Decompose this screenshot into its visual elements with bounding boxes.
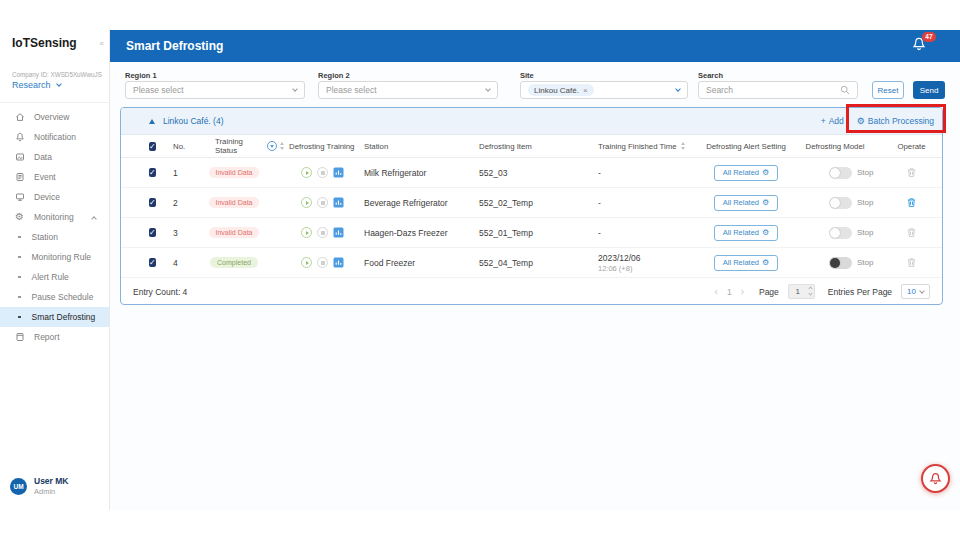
status-badge: Invalid Data (209, 167, 260, 178)
add-button[interactable]: + Add (821, 116, 844, 126)
page-number[interactable]: 1 (727, 287, 732, 297)
row-checkbox[interactable]: ✓ (149, 228, 156, 237)
sidebar-item-monitoring[interactable]: ⚙ Monitoring (0, 207, 109, 227)
region1-value: Please select (133, 85, 184, 95)
table-footer: Entry Count: 4 ‹ 1 › Page Entries Per Pa… (121, 278, 942, 305)
notification-bell-button[interactable]: 47 (912, 37, 926, 56)
status-badge: Completed (210, 257, 258, 268)
divider (0, 102, 109, 103)
page-label: Page (759, 287, 779, 297)
training-report-icon[interactable] (333, 227, 344, 238)
plus-icon: + (821, 116, 826, 126)
collapse-triangle-icon[interactable] (149, 119, 155, 124)
sidebar-item-label: Device (34, 192, 60, 202)
delete-icon[interactable] (906, 167, 917, 178)
sidebar-item-notification[interactable]: Notification (0, 127, 109, 147)
status-badge: Invalid Data (209, 197, 260, 208)
training-actions (287, 197, 357, 208)
time-cell: - (589, 198, 701, 208)
stop-training-icon[interactable] (317, 257, 328, 268)
send-button[interactable]: Send (913, 81, 945, 99)
all-related-button[interactable]: All Related⚙ (714, 195, 778, 211)
row-no: 1 (163, 168, 201, 178)
region2-select[interactable]: Please select (318, 81, 498, 99)
column-defrosting-model: Defrosting Model (791, 142, 879, 151)
row-checkbox[interactable]: ✓ (149, 168, 156, 177)
training-report-icon[interactable] (333, 167, 344, 178)
sort-icon[interactable] (681, 142, 685, 150)
start-training-icon[interactable] (301, 167, 312, 178)
sidebar-item-report[interactable]: Report (0, 327, 109, 347)
workspace-dropdown[interactable]: Research (12, 80, 61, 90)
sidebar-item-label: Station (32, 232, 58, 242)
sidebar-item-station[interactable]: Station (0, 227, 109, 247)
sidebar-item-data[interactable]: Data (0, 147, 109, 167)
time-main: 2023/12/06 (598, 253, 701, 263)
stop-training-icon[interactable] (317, 227, 328, 238)
sidebar-collapse-icon[interactable]: « (100, 39, 104, 48)
reset-button[interactable]: Reset (872, 81, 904, 99)
bullet-icon (18, 296, 21, 299)
alarm-fab-button[interactable] (921, 464, 950, 493)
delete-icon[interactable] (906, 257, 917, 268)
prev-page-icon[interactable]: ‹ (715, 286, 718, 297)
chip-close-icon[interactable]: × (583, 86, 588, 95)
time-cell: - (589, 228, 701, 238)
row-checkbox[interactable]: ✓ (149, 198, 156, 207)
select-all-checkbox[interactable]: ✓ (149, 142, 156, 151)
sidebar-item-monitoring-rule[interactable]: Monitoring Rule (0, 247, 109, 267)
sidebar-item-label: Pause Schedule (32, 292, 94, 302)
model-toggle[interactable] (829, 167, 852, 179)
entry-count: Entry Count: 4 (133, 287, 187, 297)
model-toggle[interactable] (829, 197, 852, 209)
training-actions (287, 167, 357, 178)
report-icon (14, 332, 25, 342)
user-profile[interactable]: UM User MK Admin (10, 476, 68, 496)
training-report-icon[interactable] (333, 197, 344, 208)
stop-training-icon[interactable] (317, 197, 328, 208)
sidebar-item-label: Monitoring (34, 212, 74, 222)
delete-icon[interactable] (906, 227, 917, 238)
site-chip: Linkou Café. × (528, 84, 594, 96)
sidebar-item-label: Notification (34, 132, 76, 142)
sidebar-item-overview[interactable]: Overview (0, 107, 109, 127)
entries-per-page-select[interactable]: 10 (901, 284, 930, 299)
model-toggle[interactable] (829, 257, 852, 269)
gear-icon: ⚙ (762, 258, 769, 267)
delete-icon[interactable] (906, 197, 917, 208)
start-training-icon[interactable] (301, 257, 312, 268)
batch-processing-button[interactable]: ⚙ Batch Processing (857, 116, 934, 126)
next-page-icon[interactable]: › (741, 286, 744, 297)
start-training-icon[interactable] (301, 227, 312, 238)
row-checkbox[interactable]: ✓ (149, 258, 156, 267)
screen: IoTSensing « Company ID: XWSD5XuWwuJS Re… (0, 0, 960, 540)
all-related-button[interactable]: All Related⚙ (714, 255, 778, 271)
all-related-button[interactable]: All Related⚙ (714, 165, 778, 181)
table-row: ✓ 2 Invalid Data Beverage Refrigerator 5… (121, 188, 942, 218)
search-label: Search (698, 71, 723, 80)
model-toggle[interactable] (829, 227, 852, 239)
sidebar-item-pause-schedule[interactable]: Pause Schedule (0, 287, 109, 307)
search-input[interactable] (706, 85, 850, 95)
sort-icon[interactable] (280, 142, 284, 150)
sidebar-item-smart-defrosting[interactable]: Smart Defrosting (0, 307, 109, 327)
spinner-icons[interactable] (809, 287, 812, 295)
row-no: 3 (163, 228, 201, 238)
sidebar-item-alert-rule[interactable]: Alert Rule (0, 267, 109, 287)
sidebar-item-device[interactable]: Device (0, 187, 109, 207)
training-report-icon[interactable] (333, 257, 344, 268)
bullet-icon (18, 316, 21, 319)
start-training-icon[interactable] (301, 197, 312, 208)
filter-icon[interactable] (267, 141, 277, 151)
sidebar-item-label: Alert Rule (32, 272, 69, 282)
region1-label: Region 1 (125, 71, 157, 80)
notification-count-badge: 47 (922, 32, 936, 42)
event-icon (14, 172, 25, 182)
region1-select[interactable]: Please select (125, 81, 305, 99)
sidebar-item-event[interactable]: Event (0, 167, 109, 187)
sidebar-item-label: Report (34, 332, 60, 342)
all-related-button[interactable]: All Related⚙ (714, 225, 778, 241)
stop-training-icon[interactable] (317, 167, 328, 178)
site-select[interactable]: Linkou Café. × (520, 81, 688, 99)
item-cell: 552_03 (471, 168, 589, 178)
